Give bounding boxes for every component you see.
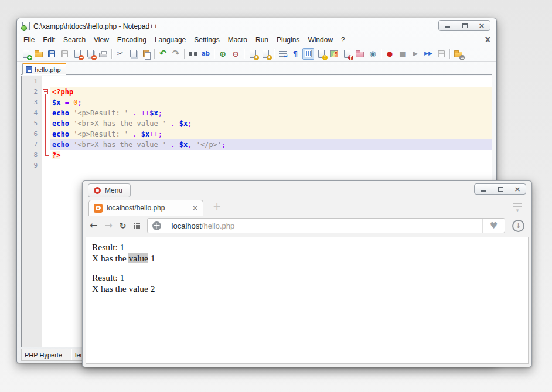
speed-dial-icon[interactable]	[134, 223, 140, 229]
body-text: X has the	[92, 253, 128, 263]
sync-vertical-scroll-icon[interactable]: •	[247, 48, 258, 60]
maximize-button[interactable]	[456, 21, 473, 30]
code-line-2[interactable]: 2<?php	[22, 87, 492, 97]
maximize-button[interactable]	[492, 184, 509, 194]
code-line-4[interactable]: 4echo '<p>Result: ' . ++$x;	[22, 108, 492, 118]
fold-collapse-box[interactable]	[43, 89, 48, 94]
notepad-tabbar: hello.php	[21, 62, 492, 75]
menu-language[interactable]: Language	[151, 35, 190, 45]
define-language-icon[interactable]: !	[315, 48, 327, 60]
replace-icon[interactable]: ab	[200, 48, 212, 60]
explorer-folder-icon[interactable]: ∞	[452, 48, 464, 60]
back-button[interactable]: ←	[90, 221, 97, 230]
macro-record-icon[interactable]: ●	[384, 48, 396, 60]
browser-text-line: Result: 1	[92, 272, 522, 283]
menu-search[interactable]: Search	[59, 35, 90, 45]
tab-menu-button[interactable]: ▾	[513, 203, 522, 213]
code-line-3[interactable]: 3$x = 0;	[22, 97, 492, 108]
close-button[interactable]: ×	[509, 184, 526, 194]
tab-close-icon[interactable]: ×	[192, 204, 198, 212]
macro-stop-icon[interactable]: ■	[397, 48, 408, 60]
zoom-in-icon[interactable]: ⊕	[217, 48, 229, 60]
menu-run[interactable]: Run	[251, 35, 272, 45]
macro-play-icon[interactable]: ▶	[410, 48, 421, 60]
redo-icon[interactable]: ↷	[170, 48, 182, 60]
code-text: ?>	[50, 150, 492, 161]
menu-edit[interactable]: Edit	[39, 35, 59, 45]
saved-document-icon	[26, 66, 32, 73]
xampp-favicon	[94, 204, 103, 213]
code-line-9[interactable]: 9	[22, 161, 492, 171]
code-line-6[interactable]: 6echo '<p>Result: ' . $x++;	[22, 129, 492, 139]
find-icon[interactable]	[187, 48, 199, 60]
close-button[interactable]: ×	[473, 21, 490, 30]
menu-macro[interactable]: Macro	[224, 35, 251, 45]
code-text: echo '<p>Result: ' . ++$x;	[50, 108, 492, 118]
toolbar-separator	[111, 49, 112, 59]
menu-view[interactable]: View	[90, 35, 113, 45]
folder-as-workspace-icon[interactable]	[354, 48, 366, 60]
word-wrap-icon[interactable]	[277, 48, 288, 60]
bookmark-heart-icon[interactable]: ♥	[482, 219, 505, 233]
menu-plugins[interactable]: Plugins	[272, 35, 304, 45]
function-list-icon[interactable]: ƒ	[341, 48, 353, 60]
code-line-1[interactable]: 1	[22, 76, 492, 87]
menu-settings[interactable]: Settings	[190, 35, 223, 45]
code-text	[50, 76, 492, 87]
minimize-button[interactable]	[439, 21, 456, 30]
tab-localhost-hello-php[interactable]: localhost/hello.php ×	[88, 200, 203, 216]
close-file-icon[interactable]: −	[71, 48, 83, 60]
menu-items: FileEditSearchViewEncodingLanguageSettin…	[19, 35, 349, 45]
menu-help[interactable]: ?	[337, 35, 349, 45]
open-file-icon[interactable]	[33, 48, 45, 60]
opera-menu-label: Menu	[105, 186, 122, 195]
fold-marker-line	[42, 108, 50, 118]
menu-file[interactable]: File	[19, 35, 39, 45]
url-field[interactable]: localhost/hello.php ♥	[147, 218, 505, 233]
fold-marker-start[interactable]	[42, 87, 50, 97]
copy-icon[interactable]	[127, 48, 139, 60]
indentation-guide-icon[interactable]	[302, 48, 314, 60]
forward-button[interactable]: →	[104, 221, 112, 230]
reload-button[interactable]: ↻	[120, 221, 127, 230]
notepad-toolbar: +−−✂↶↷ab⊕⊖••¶!ƒ◉●■▶▶▶∞	[17, 46, 496, 62]
cut-icon[interactable]: ✂	[114, 48, 126, 60]
document-map-icon[interactable]	[328, 48, 340, 60]
paste-icon[interactable]	[140, 48, 152, 60]
tab-hello-php[interactable]: hello.php	[22, 63, 66, 75]
maximize-icon	[498, 187, 503, 192]
new-tab-button[interactable]: +	[213, 200, 221, 212]
notepad-titlebar[interactable]: C:\xampp\htdocs\hello.php - Notepad++	[17, 18, 496, 34]
save-all-icon[interactable]	[59, 48, 70, 60]
body-text: X has the value 2	[92, 284, 155, 294]
body-text: 1	[148, 253, 155, 263]
sync-horizontal-scroll-icon[interactable]: •	[260, 48, 271, 60]
selected-text: value	[128, 253, 148, 263]
site-badge-button[interactable]	[148, 219, 166, 233]
code-text: echo '<br>X has the value ' . $x, '</p>'…	[50, 139, 492, 150]
minimize-button[interactable]	[475, 184, 492, 194]
window-title: C:\xampp\htdocs\hello.php - Notepad++	[33, 22, 158, 30]
code-line-8[interactable]: 8?>	[22, 150, 492, 161]
save-file-icon[interactable]	[46, 48, 57, 60]
show-all-characters-icon[interactable]: ¶	[289, 48, 301, 60]
toolbar-separator	[214, 49, 214, 59]
undo-icon[interactable]: ↶	[157, 48, 169, 60]
notepad-menubar: FileEditSearchViewEncodingLanguageSettin…	[17, 34, 496, 46]
print-icon[interactable]	[97, 48, 109, 60]
new-file-icon[interactable]: +	[20, 48, 32, 60]
menu-encoding[interactable]: Encoding	[113, 35, 151, 45]
menubar-close-button[interactable]: X	[485, 36, 490, 44]
browser-paragraph: Result: 1X has the value 2	[92, 272, 522, 294]
code-line-7[interactable]: 7echo '<br>X has the value ' . $x, '</p>…	[22, 139, 492, 150]
menu-window[interactable]: Window	[304, 35, 337, 45]
zoom-out-icon[interactable]: ⊖	[230, 48, 241, 60]
close-all-files-icon[interactable]: −	[84, 48, 96, 60]
macro-run-multiple-icon[interactable]: ▶▶	[422, 48, 434, 60]
opera-menu-button[interactable]: Menu	[88, 183, 131, 197]
line-number: 8	[22, 150, 42, 161]
download-button[interactable]: ↓	[512, 220, 524, 232]
monitoring-icon[interactable]: ◉	[367, 48, 379, 60]
code-line-5[interactable]: 5echo '<br>X has the value ' . $x;	[22, 118, 492, 129]
macro-save-icon[interactable]	[435, 48, 447, 60]
